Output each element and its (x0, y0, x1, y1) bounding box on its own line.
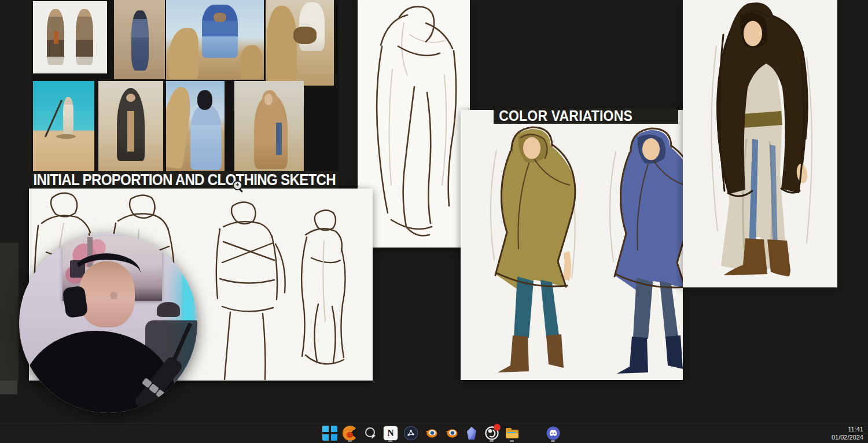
clock-time: 11:41 (832, 425, 863, 433)
windows-start-icon[interactable] (322, 426, 337, 441)
orange-swirl-app-icon[interactable] (343, 426, 358, 441)
running-indicator (551, 440, 555, 442)
mic-capsule (154, 401, 174, 413)
left-edge-panel-light (0, 381, 17, 394)
figure-blue (610, 128, 683, 374)
blender-icon[interactable] (424, 426, 439, 441)
taskbar-clock[interactable]: 11:41 01/02/2024 (832, 425, 863, 441)
color-variant-figures (461, 110, 683, 380)
clock-date: 01/02/2024 (832, 433, 863, 441)
node-graph-app-icon[interactable] (403, 426, 418, 441)
label-initial-sketch: INITIAL PROPORTION AND CLOTHING SKETCH (32, 171, 339, 189)
running-indicator (348, 440, 352, 442)
middle-line-figure (358, 0, 470, 248)
blue-crystal-app-icon[interactable] (464, 426, 479, 441)
photo-woman-blue-desert-robes[interactable] (114, 0, 165, 79)
headphones-earcup-icon (62, 286, 89, 319)
photo-dark-hooded-cloak[interactable] (98, 81, 163, 171)
panel-middle-sketch (358, 0, 470, 248)
desktop: INITIAL PROPORTION AND CLOTHING SKETCH C… (0, 0, 868, 443)
running-indicator (490, 440, 494, 442)
photo-white-robed-camel-rider[interactable] (266, 0, 334, 86)
reference-collage (32, 0, 339, 171)
running-indicator (388, 440, 392, 442)
obs-icon[interactable] (484, 426, 499, 441)
folder-front (506, 433, 518, 438)
figure-dark-cloak (683, 0, 837, 287)
photo-tan-scarf-woman[interactable] (234, 81, 304, 171)
photo-tuareg-blue-rider[interactable] (166, 0, 264, 80)
webcam-overlay (19, 234, 197, 413)
panel-color-variations (461, 110, 683, 380)
figure-olive (491, 127, 575, 372)
running-indicator (510, 440, 514, 442)
label-color-variations: COLOR VARIATIONS (494, 108, 678, 124)
pureref-icon[interactable] (363, 426, 378, 441)
label-initial-sketch-text: INITIAL PROPORTION AND CLOTHING SKETCH (32, 171, 336, 189)
blender-icon-2[interactable] (444, 426, 459, 441)
zoom-cursor-icon: + (233, 180, 242, 190)
panel-dark-variant (683, 0, 837, 287)
notion-icon[interactable]: N (383, 426, 398, 441)
windows-taskbar: N (0, 423, 868, 443)
label-color-variations-text: COLOR VARIATIONS (494, 108, 632, 124)
desk-lamp (157, 302, 180, 317)
file-explorer-icon[interactable] (505, 426, 520, 441)
photo-black-veil-blue-robe[interactable] (166, 81, 225, 171)
photo-rey-desert-still[interactable] (33, 81, 94, 171)
left-edge-panel (0, 243, 19, 382)
obs-recording-dot (494, 424, 501, 431)
photo-military-outfit-concept[interactable] (33, 1, 107, 73)
discord-icon[interactable] (546, 426, 561, 441)
